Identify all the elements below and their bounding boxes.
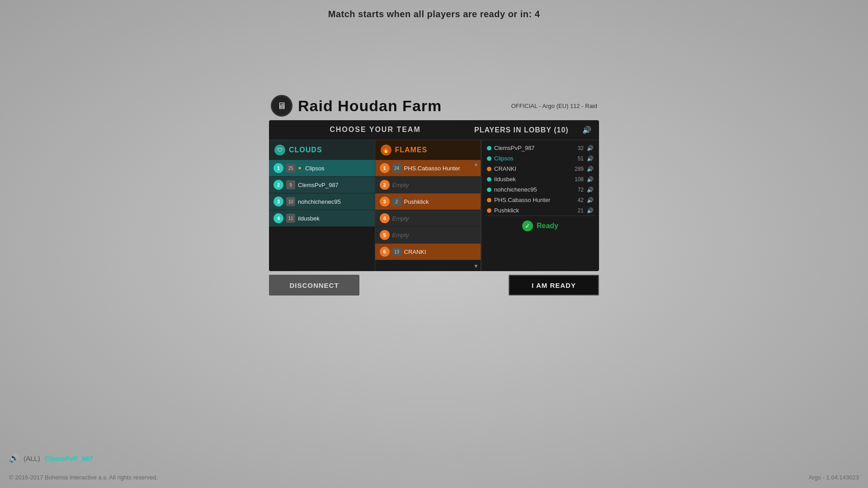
lobby-name-6: PHS.Cabasso Hunter <box>494 197 567 203</box>
teams-section: 🛡 CLOUDS 1 25 Clipsos 2 9 ClemsPvP_987 <box>269 140 481 271</box>
lobby-sound-7[interactable]: 🔊 <box>586 207 594 214</box>
clouds-score-4: 11 <box>286 214 295 223</box>
flames-name-3: Pushklick <box>404 198 429 205</box>
lobby-dot-2 <box>487 156 491 161</box>
disconnect-button[interactable]: DISCONNECT <box>269 275 359 296</box>
lobby-name-7: Pushklick <box>494 207 567 214</box>
clouds-name-1: Clipsos <box>305 165 325 172</box>
lobby-name-2: Clipsos <box>494 155 567 162</box>
clouds-slot-2: 2 <box>274 180 283 190</box>
lobby-score-6: 42 <box>570 197 584 203</box>
lobby-name-5: nohchichenec95 <box>494 186 567 193</box>
lobby-sound-2[interactable]: 🔊 <box>586 155 594 162</box>
ready-status: ✓ Ready <box>485 216 595 236</box>
lobby-name-4: ildusbek <box>494 176 567 183</box>
clouds-player-4[interactable]: 4 11 ildusbek <box>269 210 375 227</box>
lobby-sound-icon[interactable]: 🔊 <box>582 126 592 134</box>
map-name: Raid Houdan Farm <box>298 97 442 115</box>
flames-name-1: PHS.Cabasso Hunter <box>404 165 460 172</box>
countdown-text: Match starts when all players are ready … <box>328 9 540 19</box>
server-info: OFFICIAL - Argo (EU) 112 - Raid <box>511 103 597 109</box>
flames-slot-3: 3 <box>380 197 390 206</box>
main-container: 🖥 Raid Houdan Farm OFFICIAL - Argo (EU) … <box>269 95 599 296</box>
flames-slot-4: 4 <box>380 213 390 223</box>
lobby-sound-5[interactable]: 🔊 <box>586 187 594 193</box>
flames-slot-1: 1 <box>380 163 390 173</box>
choose-team-label: CHOOSE YOUR TEAM <box>276 126 474 134</box>
i-am-ready-button[interactable]: I AM READY <box>509 275 599 296</box>
flames-name-5: Empty <box>392 232 409 239</box>
flames-name-6: CRANKI <box>404 249 426 255</box>
clouds-team-header: 🛡 CLOUDS <box>269 140 375 160</box>
flames-score-1: 24 <box>392 164 401 173</box>
chat-sound-icon[interactable]: 🔊 <box>9 453 19 463</box>
map-title: 🖥 Raid Houdan Farm <box>271 95 442 117</box>
flames-player-6[interactable]: 6 13 CRANKI <box>375 244 481 260</box>
panel-header: CHOOSE YOUR TEAM PLAYERS IN LOBBY (10) 🔊 <box>269 120 599 140</box>
map-icon-glyph: 🖥 <box>277 101 286 111</box>
players-lobby-label: PLAYERS IN LOBBY (10) 🔊 <box>474 126 592 134</box>
lobby-sound-3[interactable]: 🔊 <box>586 166 594 172</box>
clouds-slot-3: 3 <box>274 197 283 206</box>
clouds-score-1: 25 <box>286 164 295 173</box>
chat-username: ClemsPvP_987 <box>45 455 93 462</box>
team-flames: 🔥 FLAMES ▲ 1 24 PHS.Cabasso Hunter 2 Emp… <box>375 140 481 271</box>
chat-channel: (ALL) <box>24 455 40 462</box>
lobby-player-5: nohchichenec95 72 🔊 <box>485 184 595 195</box>
lobby-dot-5 <box>487 188 491 192</box>
flames-player-1[interactable]: 1 24 PHS.Cabasso Hunter <box>375 160 481 177</box>
footer-copyright: © 2016-2017 Bohemia Interactive a.s. All… <box>9 474 158 481</box>
flames-player-4[interactable]: 4 Empty <box>375 210 481 227</box>
lobby-score-1: 32 <box>570 145 584 151</box>
flames-name-2: Empty <box>392 182 409 188</box>
flames-player-5[interactable]: 5 Empty <box>375 227 481 244</box>
flames-score-3: 2 <box>392 197 401 206</box>
clouds-player-1[interactable]: 1 25 Clipsos <box>269 160 375 177</box>
clouds-player-3[interactable]: 3 10 nohchichenec95 <box>269 193 375 210</box>
header-row: 🖥 Raid Houdan Farm OFFICIAL - Argo (EU) … <box>269 95 599 117</box>
flames-icon: 🔥 <box>381 145 392 155</box>
lobby-player-6: PHS.Cabasso Hunter 42 🔊 <box>485 195 595 205</box>
clouds-player-2[interactable]: 2 9 ClemsPvP_987 <box>269 177 375 193</box>
lobby-sound-1[interactable]: 🔊 <box>586 145 594 151</box>
lobby-score-5: 72 <box>570 187 584 193</box>
lobby-player-7: Pushklick 21 🔊 <box>485 205 595 216</box>
flames-name-4: Empty <box>392 215 409 222</box>
clouds-icon: 🛡 <box>274 145 285 155</box>
lobby-player-2: Clipsos 51 🔊 <box>485 153 595 164</box>
lobby-name-3: CRANKI <box>494 165 567 172</box>
countdown-bar: Match starts when all players are ready … <box>0 9 868 19</box>
lobby-dot-4 <box>487 177 491 182</box>
map-icon: 🖥 <box>271 95 292 117</box>
ready-label: Ready <box>537 222 558 230</box>
flames-slot-5: 5 <box>380 230 390 240</box>
lobby-section: ClemsPvP_987 32 🔊 Clipsos 51 🔊 CRANKI 28… <box>481 140 599 271</box>
bottom-chat: 🔊 (ALL) ClemsPvP_987 <box>9 453 93 463</box>
clouds-score-2: 9 <box>286 180 295 189</box>
clouds-name-2: ClemsPvP_987 <box>298 182 339 188</box>
footer-version: Argo - 1.04.143023 <box>809 474 859 481</box>
flames-scroll-down-icon[interactable]: ▼ <box>473 263 479 269</box>
lobby-sound-6[interactable]: 🔊 <box>586 197 594 203</box>
lobby-dot-6 <box>487 198 491 202</box>
flames-team-header: 🔥 FLAMES ▲ <box>375 140 481 160</box>
clouds-slot-1: 1 <box>274 163 283 173</box>
lobby-sound-4[interactable]: 🔊 <box>586 176 594 183</box>
flames-player-2[interactable]: 2 Empty <box>375 177 481 193</box>
bottom-buttons: DISCONNECT I AM READY <box>269 275 599 296</box>
ready-check-icon: ✓ <box>522 221 533 231</box>
lobby-dot-7 <box>487 208 491 213</box>
footer: © 2016-2017 Bohemia Interactive a.s. All… <box>0 474 868 481</box>
flames-slot-6: 6 <box>380 247 390 257</box>
flames-slot-2: 2 <box>380 180 390 190</box>
clouds-name-4: ildusbek <box>298 215 320 222</box>
clouds-slot-4: 4 <box>274 213 283 223</box>
panel-body: 🛡 CLOUDS 1 25 Clipsos 2 9 ClemsPvP_987 <box>269 140 599 271</box>
clouds-team-name: CLOUDS <box>289 146 322 154</box>
leader-star-icon <box>298 166 302 170</box>
lobby-score-7: 21 <box>570 207 584 214</box>
flames-scroll-up-icon[interactable]: ▲ <box>473 161 479 167</box>
flames-player-3[interactable]: 3 2 Pushklick <box>375 193 481 210</box>
clouds-name-3: nohchichenec95 <box>298 198 341 205</box>
lobby-player-3: CRANKI 289 🔊 <box>485 164 595 174</box>
